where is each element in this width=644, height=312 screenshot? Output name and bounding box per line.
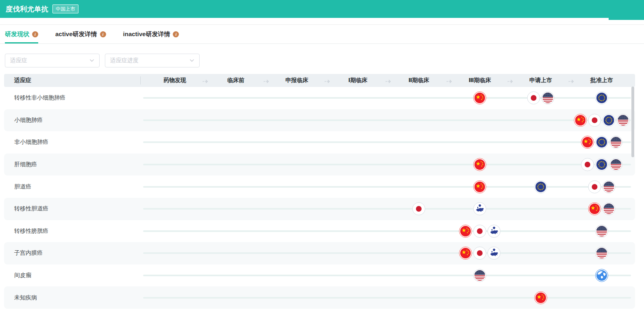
- flag-usa-icon: [473, 269, 486, 282]
- stage-flag-group: [595, 225, 608, 238]
- table-row: 转移性膀胱癌: [4, 220, 635, 243]
- flag-china-icon: [473, 158, 486, 171]
- stage-column-header: Ⅰ期临床: [327, 77, 388, 84]
- flag-japan-icon: [473, 225, 486, 238]
- tab-active-rd-detail[interactable]: active研发详情: [55, 30, 106, 43]
- stage-column-header: 申报临床: [266, 77, 327, 84]
- flag-usa-icon: [542, 91, 555, 104]
- info-icon[interactable]: [32, 31, 38, 37]
- stage-flag-group: [595, 269, 608, 282]
- flag-japan-icon: [588, 114, 601, 127]
- timeline-track: [143, 97, 631, 99]
- select-placeholder: 适应症: [10, 57, 27, 64]
- table-row: 转移性胆道癌: [4, 198, 635, 220]
- indication-label: 子宫内膜癌: [4, 249, 43, 257]
- flag-europe-map-icon: [473, 202, 486, 215]
- flag-china-icon: [574, 114, 587, 127]
- table-row: 间皮瘤: [4, 264, 635, 287]
- timeline-track: [143, 275, 631, 276]
- tab-label: 研发现状: [5, 30, 29, 38]
- flag-japan-icon: [473, 247, 486, 260]
- stage-flag-group: [534, 291, 547, 304]
- indication-label: 肝细胞癌: [4, 161, 37, 168]
- flag-china-icon: [581, 136, 594, 149]
- stage-column-header: Ⅲ期临床: [449, 77, 510, 84]
- flag-japan-icon: [588, 180, 601, 193]
- stage-column-header: Ⅱ期临床: [388, 77, 449, 84]
- drug-profile-page: 度伐利尤单抗 中国上市 研发现状 active研发详情 inactive研发详情…: [0, 0, 644, 312]
- timeline-track: [143, 186, 631, 188]
- flag-japan-icon: [527, 91, 540, 104]
- stage-flag-group: [595, 91, 608, 104]
- flag-eu-icon: [534, 180, 547, 193]
- flag-eu-icon: [595, 136, 608, 149]
- tab-rd-status[interactable]: 研发现状: [5, 30, 38, 43]
- timeline-track: [143, 164, 631, 165]
- info-icon[interactable]: [100, 31, 106, 37]
- indication-filter-select[interactable]: 适应症: [5, 54, 100, 67]
- market-status-badge: 中国上市: [52, 4, 78, 13]
- stage-flag-group: [459, 225, 500, 238]
- table-row: 胆道癌: [4, 176, 635, 198]
- header-accent-strip: [609, 18, 644, 20]
- timeline-track: [143, 252, 631, 254]
- stage-flag-group: [412, 202, 425, 215]
- stage-flag-group: [581, 136, 622, 149]
- indication-label: 小细胞肺癌: [4, 117, 43, 124]
- stage-column-header: 临床前: [205, 77, 266, 84]
- tab-label: active研发详情: [55, 30, 97, 38]
- stage-flag-group: [473, 91, 486, 104]
- flag-usa-icon: [595, 225, 608, 238]
- timeline-track: [143, 297, 631, 299]
- stage-flag-group: [588, 180, 616, 193]
- tab-label: inactive研发详情: [123, 30, 170, 38]
- indication-label: 转移性非小细胞肺癌: [4, 94, 65, 102]
- indication-label: 非小细胞肺癌: [4, 139, 48, 146]
- header-bar: 度伐利尤单抗 中国上市: [0, 0, 644, 18]
- flag-eu-icon: [603, 114, 616, 127]
- flag-globe-icon: [595, 269, 608, 282]
- table-row: 非小细胞肺癌: [4, 131, 635, 154]
- info-icon[interactable]: [173, 31, 179, 37]
- stage-column-header: 批准上市: [571, 77, 632, 84]
- stage-flag-group: [527, 91, 555, 104]
- stage-flag-group: [473, 180, 486, 193]
- column-divider: [140, 76, 141, 84]
- stage-flag-group: [595, 247, 608, 260]
- stage-flag-group: [581, 158, 622, 171]
- flag-china-icon: [588, 202, 601, 215]
- flag-usa-icon: [609, 158, 622, 171]
- flag-usa-icon: [603, 202, 616, 215]
- stage-flag-group: [473, 202, 486, 215]
- table-rows: 转移性非小细胞肺癌小细胞肺癌非小细胞肺癌肝细胞癌胆道癌转移性胆道癌转移性膀胱癌子…: [4, 87, 635, 309]
- stage-flag-group: [459, 247, 500, 260]
- flag-china-icon: [473, 180, 486, 193]
- indication-column-header: 适应症: [14, 77, 31, 84]
- indication-progress-filter-select[interactable]: 适应症进度: [105, 54, 200, 67]
- vertical-scrollbar[interactable]: [631, 87, 634, 157]
- timeline-track: [143, 230, 631, 232]
- indication-label: 转移性膀胱癌: [4, 228, 48, 235]
- chevron-down-icon: [189, 59, 194, 62]
- stage-flag-group: [574, 114, 630, 127]
- table-row: 肝细胞癌: [4, 154, 635, 176]
- table-row: 小细胞肺癌: [4, 109, 635, 132]
- flag-china-icon: [459, 225, 472, 238]
- stage-flag-group: [588, 202, 616, 215]
- flag-eu-icon: [595, 158, 608, 171]
- tab-inactive-rd-detail[interactable]: inactive研发详情: [123, 30, 179, 43]
- timeline-track: [143, 208, 631, 210]
- table-header-row: 适应症 药物发现临床前申报临床Ⅰ期临床Ⅱ期临床Ⅲ期临床申请上市批准上市: [4, 74, 635, 87]
- table-row: 未知疾病: [4, 286, 635, 309]
- stage-flag-group: [473, 269, 486, 282]
- indication-label: 胆道癌: [4, 183, 31, 191]
- stage-column-header: 药物发现: [144, 77, 205, 84]
- select-placeholder: 适应症进度: [110, 57, 139, 64]
- flag-usa-icon: [617, 114, 630, 127]
- flag-europe-map-icon: [487, 225, 500, 238]
- stage-flag-group: [534, 180, 547, 193]
- stage-flag-group: [473, 158, 486, 171]
- flag-usa-icon: [603, 180, 616, 193]
- table-row: 子宫内膜癌: [4, 242, 635, 264]
- filter-bar: 适应症 适应症进度: [5, 54, 644, 67]
